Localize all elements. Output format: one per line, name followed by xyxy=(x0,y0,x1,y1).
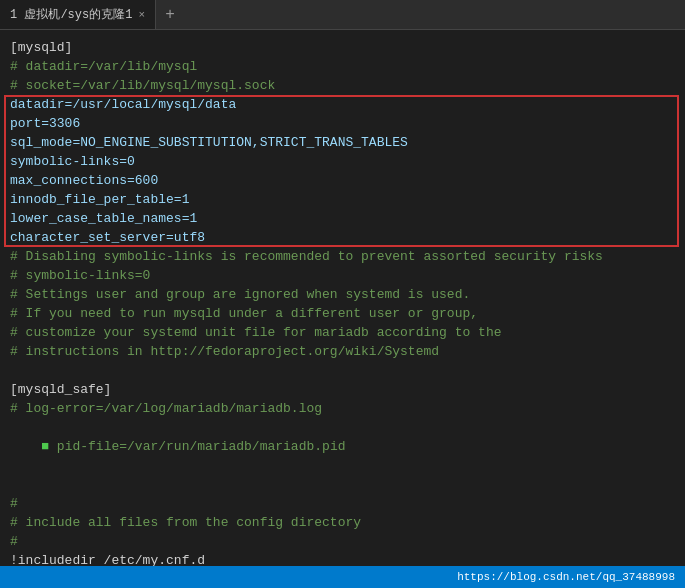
line-comment-hash: # xyxy=(10,494,675,513)
line-empty-2 xyxy=(10,475,675,494)
line-comment-customize: # customize your systemd unit file for m… xyxy=(10,323,675,342)
tab-bar: 1 虚拟机/sys的克隆1 × + xyxy=(0,0,685,30)
line-includedir: !includedir /etc/my.cnf.d xyxy=(10,551,675,566)
line-comment-if: # If you need to run mysqld under a diff… xyxy=(10,304,675,323)
tab-label: 1 虚拟机/sys的克隆1 xyxy=(10,6,132,23)
line-sql-mode: sql_mode=NO_ENGINE_SUBSTITUTION,STRICT_T… xyxy=(10,133,675,152)
line-comment-symbolic: # symbolic-links=0 xyxy=(10,266,675,285)
tab-1[interactable]: 1 虚拟机/sys的克隆1 × xyxy=(0,0,156,29)
line-comment-datadir: # datadir=/var/lib/mysql xyxy=(10,57,675,76)
status-bar: https://blog.csdn.net/qq_37488998 xyxy=(0,566,685,588)
line-innodb: innodb_file_per_table=1 xyxy=(10,190,675,209)
status-url: https://blog.csdn.net/qq_37488998 xyxy=(457,571,675,583)
line-symbolic-links: symbolic-links=0 xyxy=(10,152,675,171)
line-comment-instructions: # instructions in http://fedoraproject.o… xyxy=(10,342,675,361)
pid-file-text: pid-file=/var/run/mariadb/mariadb.pid xyxy=(49,439,345,454)
line-mysqld-safe-section: [mysqld_safe] xyxy=(10,380,675,399)
line-lower-case: lower_case_table_names=1 xyxy=(10,209,675,228)
line-datadir: datadir=/usr/local/mysql/data xyxy=(10,95,675,114)
line-empty-1 xyxy=(10,361,675,380)
line-comment-disabling: # Disabling symbolic-links is recommende… xyxy=(10,247,675,266)
line-charset: character_set_server=utf8 xyxy=(10,228,675,247)
line-comment-hash2: # xyxy=(10,532,675,551)
line-max-connections: max_connections=600 xyxy=(10,171,675,190)
line-pid-file: ■ pid-file=/var/run/mariadb/mariadb.pid xyxy=(10,418,675,475)
close-icon[interactable]: × xyxy=(138,9,145,21)
highlighted-block: datadir=/usr/local/mysql/data port=3306 … xyxy=(10,95,675,247)
line-port: port=3306 xyxy=(10,114,675,133)
editor: [mysqld] # datadir=/var/lib/mysql # sock… xyxy=(0,30,685,566)
line-comment-socket: # socket=/var/lib/mysql/mysql.sock xyxy=(10,76,675,95)
line-comment-include: # include all files from the config dire… xyxy=(10,513,675,532)
add-tab-button[interactable]: + xyxy=(156,0,184,29)
green-marker: ■ xyxy=(41,437,49,456)
line-mysqld-section: [mysqld] xyxy=(10,38,675,57)
line-comment-log-error: # log-error=/var/log/mariadb/mariadb.log xyxy=(10,399,675,418)
line-comment-settings: # Settings user and group are ignored wh… xyxy=(10,285,675,304)
